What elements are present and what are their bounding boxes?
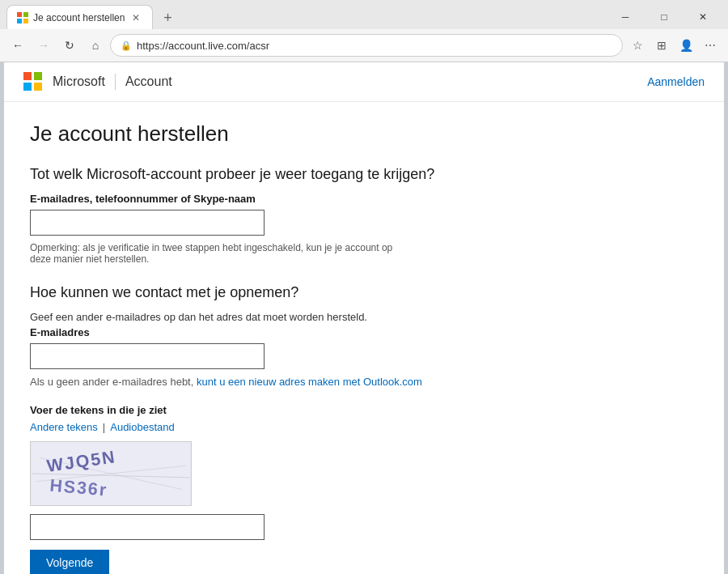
next-button[interactable]: Volgende [30, 550, 109, 574]
favorites-icon[interactable]: ☆ [626, 34, 649, 57]
nav-bar: ← → ↻ ⌂ 🔒 https://account.live.com/acsr … [0, 29, 728, 62]
email-or-phone-input[interactable] [30, 210, 265, 236]
browser-chrome: Je account herstellen ✕ + ─ □ ✕ ← → ↻ ⌂ … [0, 0, 728, 62]
ms-logo-grid [23, 72, 43, 91]
ms-logo-area: Microsoft Account [23, 72, 172, 91]
url-text: https://account.live.com/acsr [137, 40, 269, 52]
active-tab[interactable]: Je account herstellen ✕ [6, 5, 153, 29]
refresh-button[interactable]: ↻ [58, 34, 81, 57]
title-bar: Je account herstellen ✕ + ─ □ ✕ [0, 0, 728, 29]
svg-rect-3 [23, 19, 28, 23]
signin-link[interactable]: Aanmelden [647, 75, 705, 88]
ms-logo-blue [23, 83, 32, 91]
audio-file-link[interactable]: Audiobestand [110, 421, 175, 433]
no-account-note: Als u geen ander e-mailadres hebt, kunt … [30, 376, 544, 388]
ms-header: Microsoft Account Aanmelden [4, 62, 724, 102]
minimize-button[interactable]: ─ [607, 5, 644, 29]
header-account-label: Account [125, 74, 172, 89]
create-outlook-link[interactable]: kunt u een nieuw adres maken met Outlook… [197, 376, 422, 388]
collections-icon[interactable]: ⊞ [650, 34, 673, 57]
no-account-text: Als u geen ander e-mailadres hebt, [30, 376, 193, 388]
captcha-input[interactable] [30, 514, 265, 540]
profile-icon[interactable]: 👤 [675, 34, 697, 57]
ms-logo [23, 72, 43, 91]
tab-close-button[interactable]: ✕ [129, 11, 142, 24]
section-account-access: Tot welk Microsoft-account probeer je we… [30, 166, 544, 265]
home-button[interactable]: ⌂ [84, 34, 107, 57]
two-step-note: Opmerking: als je verificatie in twee st… [30, 242, 402, 265]
email-field-label: E-mailadres, telefoonnummer of Skype-naa… [30, 193, 544, 205]
contact-email-input[interactable] [30, 343, 265, 369]
page-main-title: Je account herstellen [30, 121, 544, 147]
forward-button[interactable]: → [32, 34, 55, 57]
lock-icon: 🔒 [121, 40, 132, 51]
maximize-button[interactable]: □ [645, 5, 683, 29]
ms-logo-yellow [34, 83, 42, 91]
svg-rect-0 [17, 12, 22, 17]
section-contact: Hoe kunnen we contact met je opnemen? Ge… [30, 284, 544, 388]
new-tab-button[interactable]: + [156, 6, 179, 29]
svg-rect-1 [23, 12, 28, 17]
contact-desc: Geef een ander e-mailadres op dan het ad… [30, 311, 544, 323]
contact-email-label: E-mailadres [30, 326, 544, 338]
address-bar[interactable]: 🔒 https://account.live.com/acsr [110, 34, 623, 57]
ms-logo-red [23, 72, 32, 80]
ms-logo-green [34, 72, 42, 80]
captcha-title: Voer de tekens in die je ziet [30, 404, 544, 416]
header-separator [115, 74, 116, 90]
back-button[interactable]: ← [6, 34, 29, 57]
tab-title: Je account herstellen [33, 12, 125, 23]
tab-favicon [17, 12, 28, 23]
tab-bar: Je account herstellen ✕ + [6, 5, 179, 29]
nav-right-icons: ☆ ⊞ 👤 ⋯ [626, 34, 722, 57]
svg-rect-2 [17, 19, 22, 23]
more-button[interactable]: ⋯ [699, 34, 722, 57]
section2-title: Hoe kunnen we contact met je opnemen? [30, 284, 544, 301]
window-controls: ─ □ ✕ [607, 5, 722, 29]
section1-title: Tot welk Microsoft-account probeer je we… [30, 166, 544, 183]
captcha-image: WJQ5N HS36r [30, 441, 192, 506]
ms-logo-text: Microsoft [53, 74, 105, 89]
section-captcha: Voer de tekens in die je ziet Andere tek… [30, 404, 544, 574]
other-chars-link[interactable]: Andere tekens [30, 421, 98, 433]
close-button[interactable]: ✕ [684, 5, 722, 29]
captcha-links: Andere tekens | Audiobestand [30, 421, 544, 433]
page-body: Je account herstellen Tot welk Microsoft… [4, 102, 570, 574]
page-content: Microsoft Account Aanmelden Je account h… [3, 62, 725, 574]
captcha-link-separator: | [103, 421, 105, 433]
